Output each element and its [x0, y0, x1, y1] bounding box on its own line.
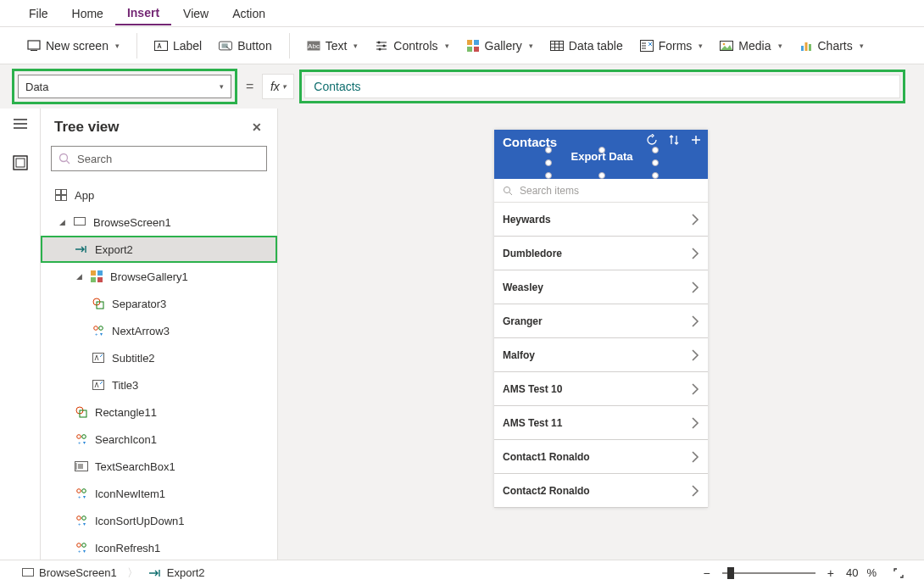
tree-node-searchicon1[interactable]: +▾ SearchIcon1: [41, 426, 277, 453]
fx-label: fx: [270, 80, 280, 93]
ribbon-media[interactable]: Media ▾: [711, 34, 790, 58]
ribbon-forms[interactable]: Forms ▾: [632, 34, 712, 58]
svg-rect-22: [14, 156, 27, 170]
list-item[interactable]: Granger: [494, 304, 708, 338]
equals-sign: =: [246, 79, 253, 94]
canvas-phone-preview[interactable]: Contacts Export Data: [494, 130, 708, 508]
menu-home[interactable]: Home: [60, 3, 115, 25]
list-item[interactable]: Malfoy: [494, 338, 708, 372]
ribbon-data-table[interactable]: Data table: [542, 34, 632, 58]
tree-node-textsearchbox1[interactable]: TextSearchBox1: [41, 453, 277, 480]
media-icon: [720, 39, 733, 53]
tree-node-iconrefresh1[interactable]: +▾ IconRefresh1: [41, 534, 277, 560]
tree-node-nextarrow3[interactable]: +▾ NextArrow3: [41, 317, 277, 344]
tree-node-title3[interactable]: Title3: [41, 371, 277, 398]
list-item[interactable]: Contact1 Ronaldo: [494, 440, 708, 474]
ribbon-label[interactable]: Label: [146, 34, 210, 58]
tree-label: Export2: [95, 243, 133, 256]
tree-node-browsegallery1[interactable]: ◢ BrowseGallery1: [41, 263, 277, 290]
ribbon-text[interactable]: Abc Text ▾: [298, 34, 367, 58]
icons-icon: +▾: [75, 487, 88, 500]
svg-rect-1: [31, 50, 37, 51]
zoom-slider[interactable]: [722, 572, 815, 574]
chevron-right-icon: [691, 484, 699, 498]
chevron-down-icon: ▾: [778, 42, 782, 50]
tree-node-app[interactable]: App: [41, 181, 277, 209]
chevron-down-icon: ▾: [115, 42, 120, 50]
svg-point-17: [723, 42, 726, 45]
sort-icon[interactable]: [667, 133, 681, 147]
list-item-title: Contact2 Ronaldo: [503, 485, 590, 497]
ribbon-separator: [289, 33, 290, 58]
tree-node-separator3[interactable]: Separator3: [41, 290, 277, 317]
add-icon[interactable]: [689, 133, 703, 147]
list-item[interactable]: Dumbledore: [494, 237, 708, 270]
list-item[interactable]: Heywards: [494, 203, 708, 237]
list-item[interactable]: Contact2 Ronaldo: [494, 474, 708, 508]
property-dropdown[interactable]: Data ▾: [18, 75, 231, 98]
rail-hamburger[interactable]: [1, 109, 40, 139]
zoom-out-button[interactable]: −: [700, 565, 714, 582]
ribbon-gallery[interactable]: Gallery ▾: [458, 34, 542, 58]
breadcrumb-screen[interactable]: BrowseScreen1: [17, 565, 122, 581]
list-item-title: Contact1 Ronaldo: [503, 451, 590, 463]
selection-handle[interactable]: [652, 172, 659, 179]
ribbon-button[interactable]: Button: [210, 34, 280, 58]
menu-file[interactable]: File: [17, 3, 60, 25]
tree-node-export2[interactable]: Export2: [41, 236, 277, 263]
chevron-right-icon: [691, 281, 699, 294]
tree-node-rectangle11[interactable]: Rectangle11: [41, 398, 277, 426]
ribbon-charts[interactable]: Charts ▾: [791, 34, 872, 58]
selection-handle[interactable]: [545, 172, 552, 179]
list-item[interactable]: Weasley: [494, 270, 708, 304]
app-icon: [54, 188, 68, 202]
breadcrumb-control[interactable]: Export2: [143, 565, 210, 581]
tree-node-subtitle2[interactable]: Subtitle2: [41, 344, 277, 371]
expander-icon[interactable]: ◢: [75, 272, 83, 281]
ribbon-controls[interactable]: Controls ▾: [366, 34, 457, 58]
expander-icon[interactable]: ◢: [58, 218, 66, 226]
list-item[interactable]: AMS Test 11: [494, 406, 708, 440]
zoom-slider-thumb[interactable]: [727, 567, 734, 579]
menu-view[interactable]: View: [171, 3, 220, 25]
list-item-title: Malfoy: [503, 349, 535, 361]
fx-button[interactable]: fx▾: [262, 74, 294, 99]
tree-node-browsescreen1[interactable]: ◢ BrowseScreen1: [41, 209, 277, 236]
zoom-in-button[interactable]: +: [824, 565, 838, 582]
tree-label: BrowseGallery1: [110, 270, 188, 283]
ribbon-new-screen-label: New screen: [46, 39, 109, 53]
textinput-icon: [75, 460, 88, 473]
tree-label: IconRefresh1: [95, 542, 160, 554]
close-icon[interactable]: ✕: [248, 117, 265, 137]
svg-text:▾: ▾: [83, 521, 86, 526]
tree-node-iconnewitem1[interactable]: +▾ IconNewItem1: [41, 480, 277, 507]
fit-to-window-icon[interactable]: [890, 566, 907, 580]
ribbon-label-text: Label: [173, 39, 202, 53]
svg-text:+: +: [78, 521, 81, 526]
app-search-input[interactable]: Search items: [494, 179, 708, 203]
tree-node-iconsortupdown1[interactable]: +▾ IconSortUpDown1: [41, 507, 277, 534]
menu-insert[interactable]: Insert: [115, 2, 171, 25]
tree-search-input[interactable]: Search: [51, 146, 267, 171]
selection-handle[interactable]: [598, 172, 605, 179]
svg-rect-13: [474, 47, 479, 52]
export-icon: [148, 568, 162, 578]
refresh-icon[interactable]: [645, 133, 659, 147]
menu-action[interactable]: Action: [220, 3, 277, 25]
formula-input[interactable]: Contacts: [304, 75, 900, 98]
ribbon-forms-label: Forms: [659, 39, 693, 53]
list-item[interactable]: AMS Test 10: [494, 372, 708, 406]
breadcrumb-label: Export2: [167, 566, 205, 579]
selection-handle[interactable]: [652, 147, 659, 153]
selection-handle[interactable]: [545, 159, 552, 166]
selection-handle[interactable]: [545, 147, 552, 153]
chevron-right-icon: [691, 348, 699, 362]
selection-handle[interactable]: [652, 159, 659, 166]
list-item-title: AMS Test 11: [503, 417, 562, 429]
rail-tree-view[interactable]: [1, 148, 40, 178]
export-control-selection[interactable]: Export Data: [548, 150, 655, 176]
ribbon-new-screen[interactable]: New screen ▾: [19, 34, 128, 58]
selection-handle[interactable]: [598, 147, 605, 153]
chevron-down-icon: ▾: [353, 42, 358, 50]
svg-rect-28: [62, 196, 67, 201]
